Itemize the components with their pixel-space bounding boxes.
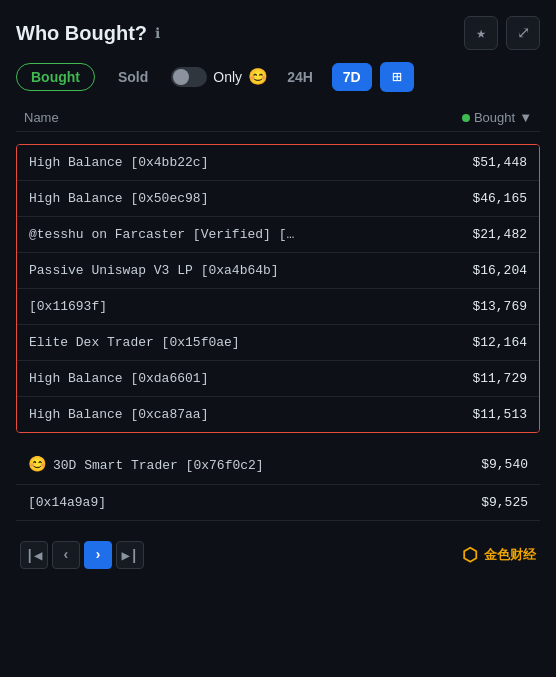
pagination-row: |◀ ‹ › ▶| ⬡ 金色财经 [16,533,540,571]
next-page-icon: › [94,547,102,563]
row-value: $11,513 [472,407,527,422]
time-24h-btn[interactable]: 24H [276,63,324,91]
tab-bought[interactable]: Bought [16,63,95,91]
header-row: Who Bought? ℹ ★ ⤢ [16,16,540,50]
last-page-button[interactable]: ▶| [116,541,144,569]
table-row[interactable]: Passive Uniswap V3 LP [0xa4b64b] $16,204 [17,253,539,289]
logo-text: 金色财经 [484,546,536,564]
grid-icon: ⊞ [392,67,402,87]
table-row[interactable]: High Balance [0x4bb22c] $51,448 [17,145,539,181]
time-7d-btn[interactable]: 7D [332,63,372,91]
row-name: High Balance [0x4bb22c] [29,155,208,170]
row-value: $9,540 [481,457,528,472]
row-name: High Balance [0xda6601] [29,371,208,386]
pagination-controls: |◀ ‹ › ▶| [20,541,144,569]
last-page-icon: ▶| [122,547,139,564]
col-bought-label[interactable]: Bought ▼ [462,110,532,125]
first-page-icon: |◀ [26,547,43,564]
table-row[interactable]: High Balance [0x50ec98] $46,165 [17,181,539,217]
row-value: $9,525 [481,495,528,510]
table-row[interactable]: [0x11693f] $13,769 [17,289,539,325]
row-value: $13,769 [472,299,527,314]
table-row[interactable]: @tesshu on Farcaster [Verified] [… $21,4… [17,217,539,253]
highlighted-table: High Balance [0x4bb22c] $51,448 High Bal… [16,144,540,433]
tab-sold[interactable]: Sold [103,63,163,91]
col-bought-text: Bought [474,110,515,125]
star-button[interactable]: ★ [464,16,498,50]
below-table: 😊30D Smart Trader [0x76f0c2] $9,540 [0x1… [16,445,540,521]
row-name: High Balance [0xca87aa] [29,407,208,422]
controls-row: Bought Sold Only 😊 24H 7D ⊞ [16,62,540,92]
logo-icon: ⬡ [462,544,478,566]
only-emoji: 😊 [248,67,268,87]
info-icon[interactable]: ℹ [155,25,160,42]
header-left: Who Bought? ℹ [16,22,160,45]
main-container: Who Bought? ℹ ★ ⤢ Bought Sold Only 😊 24H… [0,0,556,677]
table-row[interactable]: High Balance [0xda6601] $11,729 [17,361,539,397]
first-page-button[interactable]: |◀ [20,541,48,569]
only-toggle-group: Only 😊 [171,67,268,87]
row-emoji: 😊 [28,457,47,474]
row-value: $46,165 [472,191,527,206]
list-item[interactable]: [0x14a9a9] $9,525 [16,485,540,521]
grid-button[interactable]: ⊞ [380,62,414,92]
only-toggle[interactable] [171,67,207,87]
row-value: $12,164 [472,335,527,350]
row-name: [0x11693f] [29,299,107,314]
row-value: $21,482 [472,227,527,242]
row-name: [0x14a9a9] [28,495,106,510]
expand-icon: ⤢ [517,23,530,43]
logo-area: ⬡ 金色财经 [462,544,536,566]
row-name: High Balance [0x50ec98] [29,191,208,206]
table-header: Name Bought ▼ [16,104,540,132]
only-label: Only [213,69,242,85]
sort-icon: ▼ [519,110,532,125]
row-name: Elite Dex Trader [0x15f0ae] [29,335,240,350]
col-name-label: Name [24,110,59,125]
row-name: @tesshu on Farcaster [Verified] [… [29,227,294,242]
page-title: Who Bought? [16,22,147,45]
list-item[interactable]: 😊30D Smart Trader [0x76f0c2] $9,540 [16,445,540,485]
header-right: ★ ⤢ [464,16,540,50]
table-row[interactable]: High Balance [0xca87aa] $11,513 [17,397,539,432]
prev-page-button[interactable]: ‹ [52,541,80,569]
row-value: $11,729 [472,371,527,386]
star-icon: ★ [476,23,486,43]
next-page-button[interactable]: › [84,541,112,569]
toggle-knob [173,69,189,85]
row-name: 😊30D Smart Trader [0x76f0c2] [28,455,264,474]
expand-button[interactable]: ⤢ [506,16,540,50]
row-value: $16,204 [472,263,527,278]
table-row[interactable]: Elite Dex Trader [0x15f0ae] $12,164 [17,325,539,361]
bought-dot [462,114,470,122]
row-name: Passive Uniswap V3 LP [0xa4b64b] [29,263,279,278]
row-value: $51,448 [472,155,527,170]
prev-page-icon: ‹ [62,547,70,563]
